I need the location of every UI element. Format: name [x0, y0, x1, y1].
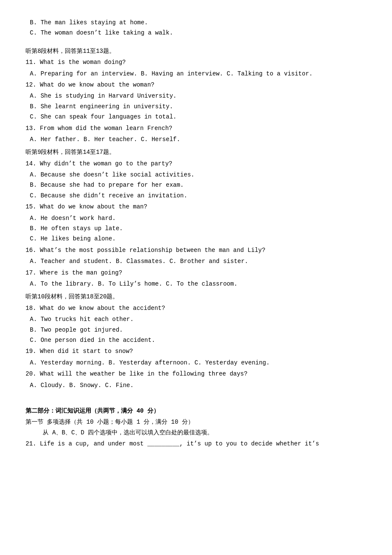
- question-39: 21. Life is a cup, and under most ______…: [26, 439, 366, 448]
- option-33: A. Cloudy. B. Snowy. C. Fine.: [26, 381, 366, 390]
- option-24: A. To the library. B. To Lily’s home. C.…: [26, 279, 366, 289]
- question-17: 15. What do we know about the man?: [26, 202, 366, 211]
- option-15: B. Because she had to prepare for her ex…: [26, 180, 366, 190]
- blank-line-2: [26, 39, 366, 43]
- blank-line-35: [26, 395, 366, 399]
- option-19: B. He often stays up late.: [26, 224, 366, 233]
- question-26: 18. What do we know about the accident?: [26, 304, 366, 313]
- option-14: A. Because she doesn’t like social activ…: [26, 170, 366, 179]
- question-6: 12. What do we know about the woman?: [26, 80, 366, 90]
- option-9: C. She can speak four languages in total…: [26, 112, 366, 121]
- option-18: A. He doesn’t work hard.: [26, 214, 366, 223]
- option-11: A. Her father. B. Her teacher. C. Hersel…: [26, 135, 366, 144]
- section-header-12: 听第9段材料，回答第14至17题。: [26, 147, 366, 157]
- blank-line-34: [26, 391, 366, 395]
- question-13: 14. Why didn’t the woman go to the party…: [26, 159, 366, 168]
- question-10: 13. From whom did the woman learn French…: [26, 124, 366, 133]
- option-1: C. The woman doesn’t like taking a walk.: [26, 28, 366, 38]
- option-5: A. Preparing for an interview. B. Having…: [26, 69, 366, 78]
- indent-text-38: 从 A、B、C、D 四个选项中，选出可以填入空白处的最佳选项。: [26, 428, 366, 437]
- option-22: A. Teacher and student. B. Classmates. C…: [26, 257, 366, 266]
- option-20: C. He likes being alone.: [26, 234, 366, 243]
- option-0: B. The man likes staying at home.: [26, 18, 366, 27]
- question-30: 19. When did it start to snow?: [26, 347, 366, 356]
- section-bold-36: 第二部分：词汇知识运用（共两节，满分 40 分）: [26, 406, 366, 416]
- question-23: 17. Where is the man going?: [26, 268, 366, 278]
- question-4: 11. What is the woman doing?: [26, 58, 366, 67]
- option-28: B. Two people got injured.: [26, 325, 366, 335]
- option-7: A. She is studying in Harvard University…: [26, 91, 366, 101]
- option-31: A. Yesterday morning. B. Yesterday after…: [26, 358, 366, 367]
- page-content: B. The man likes staying at home. C. The…: [26, 18, 366, 448]
- section-header-25: 听第10段材料，回答第18至20题。: [26, 292, 366, 301]
- section-label-37: 第一节 多项选择（共 10 小题；每小题 1 分，满分 10 分）: [26, 417, 366, 427]
- option-29: C. One person died in the accident.: [26, 335, 366, 345]
- section-header-3: 听第8段材料，回答第11至13题。: [26, 46, 366, 56]
- option-27: A. Two trucks hit each other.: [26, 315, 366, 324]
- question-21: 16. What’s the most possible relationshi…: [26, 246, 366, 255]
- option-8: B. She learnt engineering in university.: [26, 102, 366, 111]
- question-32: 20. What will the weather be like in the…: [26, 369, 366, 379]
- option-16: C. Because she didn’t receive an invitat…: [26, 191, 366, 200]
